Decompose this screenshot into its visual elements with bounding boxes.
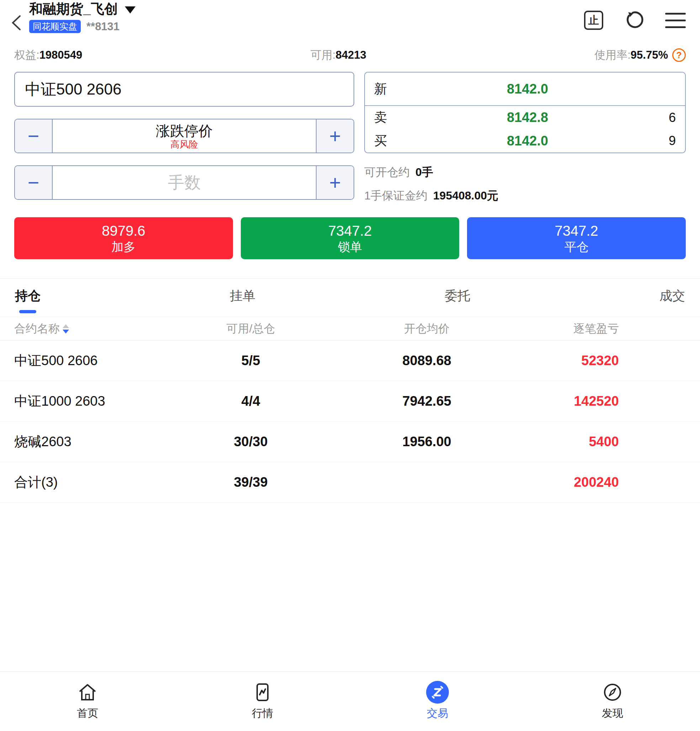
positions-tabs: 持仓 挂单 委托 成交 <box>0 278 700 317</box>
usage-value: 95.75% <box>631 49 668 62</box>
nav-home[interactable]: 首页 <box>0 672 175 731</box>
equity: 权益: 1980549 <box>14 48 82 63</box>
order-actions: 8979.6 加多 7347.2 锁单 7347.2 平仓 <box>0 217 700 259</box>
add-long-price: 8979.6 <box>102 224 145 238</box>
openable-value: 0手 <box>415 164 433 180</box>
lock-order-button[interactable]: 7347.2 锁单 <box>241 217 460 259</box>
quote-bid-row[interactable]: 买 8142.0 9 <box>365 129 685 153</box>
bottom-navigation: 首页 行情 交易 发现 <box>0 671 700 731</box>
add-long-label: 加多 <box>111 241 135 253</box>
account-subtitle: 同花顺实盘 **8131 <box>29 20 119 33</box>
price-minus-button[interactable]: − <box>15 119 52 153</box>
close-position-button[interactable]: 7347.2 平仓 <box>467 217 686 259</box>
header-actions: 止 <box>584 9 686 31</box>
lock-order-price: 7347.2 <box>328 224 372 238</box>
order-inputs: 中证500 2606 − 涨跌停价 高风险 + − 手数 + <box>14 72 354 204</box>
nav-market-label: 行情 <box>252 708 273 719</box>
available-total: 5/5 <box>167 353 334 368</box>
tab-filled[interactable]: 成交 <box>659 287 685 317</box>
sort-arrows-icon <box>63 324 69 333</box>
refresh-icon[interactable] <box>624 9 644 31</box>
available-value: 84213 <box>335 49 366 62</box>
table-row[interactable]: 烧碱2603 30/30 1956.00 5400 <box>0 422 700 462</box>
quote-panel: 新 8142.0 卖 8142.8 6 买 8142.0 9 <box>364 72 686 153</box>
compass-icon <box>602 681 623 704</box>
tab-entrusted[interactable]: 委托 <box>445 287 470 317</box>
usage-label: 使用率: <box>594 48 631 63</box>
nav-market[interactable]: 行情 <box>175 672 350 731</box>
margin-label: 1手保证金约 <box>364 188 428 204</box>
quantity-input[interactable]: 手数 <box>52 166 316 199</box>
home-icon <box>77 681 98 704</box>
table-row[interactable]: 中证1000 2603 4/4 7942.65 142520 <box>0 381 700 422</box>
pnl-value: 200240 <box>519 475 619 490</box>
add-long-button[interactable]: 8979.6 加多 <box>14 217 233 259</box>
pnl-value: 5400 <box>519 434 619 449</box>
avg-open-price: 1956.00 <box>334 434 519 449</box>
contract-name: 中证500 2606 <box>14 352 167 370</box>
avg-open-price: 7942.65 <box>334 393 519 409</box>
contract-name: 合计(3) <box>14 473 167 491</box>
pnl-value: 142520 <box>519 393 619 409</box>
menu-icon[interactable] <box>665 13 686 28</box>
column-contract-name[interactable]: 合约名称 <box>14 321 167 337</box>
bid-volume: 9 <box>656 133 676 148</box>
close-position-price: 7347.2 <box>555 224 598 238</box>
tab-pending-orders[interactable]: 挂单 <box>230 287 255 317</box>
positions-table-header: 合约名称 可用/总仓 开仓均价 逐笔盈亏 <box>0 317 700 341</box>
price-plus-button[interactable]: + <box>316 119 354 153</box>
openable-lots: 可开仓约 0手 <box>364 164 686 180</box>
quote-ask-row[interactable]: 卖 8142.8 6 <box>365 106 685 129</box>
bid-label: 买 <box>374 132 399 150</box>
available-total: 39/39 <box>167 475 334 490</box>
tab-positions[interactable]: 持仓 <box>15 287 41 317</box>
account-switcher[interactable]: 和融期货_飞创 <box>29 0 135 18</box>
last-label: 新 <box>374 80 399 98</box>
available: 可用: 84213 <box>82 48 594 63</box>
account-summary-bar: 权益: 1980549 可用: 84213 使用率: 95.75% ? <box>0 46 700 64</box>
usage: 使用率: 95.75% ? <box>594 48 686 63</box>
nav-trade-label: 交易 <box>427 708 448 719</box>
openable-label: 可开仓约 <box>364 164 410 180</box>
column-available-total: 可用/总仓 <box>167 321 334 337</box>
avg-open-price: 8089.68 <box>334 353 519 368</box>
price-input[interactable]: 涨跌停价 高风险 <box>52 119 316 153</box>
margin-per-lot: 1手保证金约 195408.00元 <box>364 188 686 204</box>
nav-discover[interactable]: 发现 <box>525 672 700 731</box>
quote-and-margin: 新 8142.0 卖 8142.8 6 买 8142.0 9 可开仓约 0手 <box>364 72 686 204</box>
equity-label: 权益: <box>14 48 40 63</box>
chevron-down-icon <box>125 6 135 13</box>
contract-name: 中证1000 2603 <box>14 392 167 410</box>
column-pnl: 逐笔盈亏 <box>519 321 619 337</box>
quantity-minus-button[interactable]: − <box>15 166 52 199</box>
price-mode-text: 涨跌停价 <box>156 123 213 139</box>
header: 和融期货_飞创 同花顺实盘 **8131 止 <box>0 0 700 43</box>
available-label: 可用: <box>310 48 336 63</box>
futures-trading-app: 和融期货_飞创 同花顺实盘 **8131 止 权益: 1980549 可用: 8… <box>0 0 700 731</box>
ask-volume: 6 <box>656 110 676 125</box>
bid-price: 8142.0 <box>399 133 656 148</box>
last-price: 8142.0 <box>399 81 656 97</box>
ask-label: 卖 <box>374 109 399 126</box>
lock-order-label: 锁单 <box>338 241 362 253</box>
risk-warning: 高风险 <box>171 140 198 149</box>
column-avg-open-price: 开仓均价 <box>334 321 519 337</box>
back-button[interactable] <box>10 14 22 31</box>
broker-badge: 同花顺实盘 <box>29 20 81 33</box>
quantity-plus-button[interactable]: + <box>316 166 354 199</box>
instrument-input[interactable]: 中证500 2606 <box>14 72 354 107</box>
stop-loss-icon[interactable]: 止 <box>584 11 603 30</box>
quantity-placeholder: 手数 <box>168 172 201 194</box>
nav-home-label: 首页 <box>77 708 98 719</box>
contract-name: 烧碱2603 <box>14 433 167 451</box>
nav-discover-label: 发现 <box>602 708 623 719</box>
help-icon[interactable]: ? <box>672 48 686 62</box>
quantity-stepper: − 手数 + <box>14 165 354 200</box>
table-row[interactable]: 中证500 2606 5/5 8089.68 52320 <box>0 341 700 381</box>
page-title: 和融期货_飞创 <box>29 0 118 18</box>
nav-trade[interactable]: 交易 <box>350 672 525 731</box>
close-position-label: 平仓 <box>565 241 589 253</box>
price-stepper: − 涨跌停价 高风险 + <box>14 119 354 153</box>
trade-icon <box>426 681 449 704</box>
quote-last-row[interactable]: 新 8142.0 <box>365 72 685 106</box>
